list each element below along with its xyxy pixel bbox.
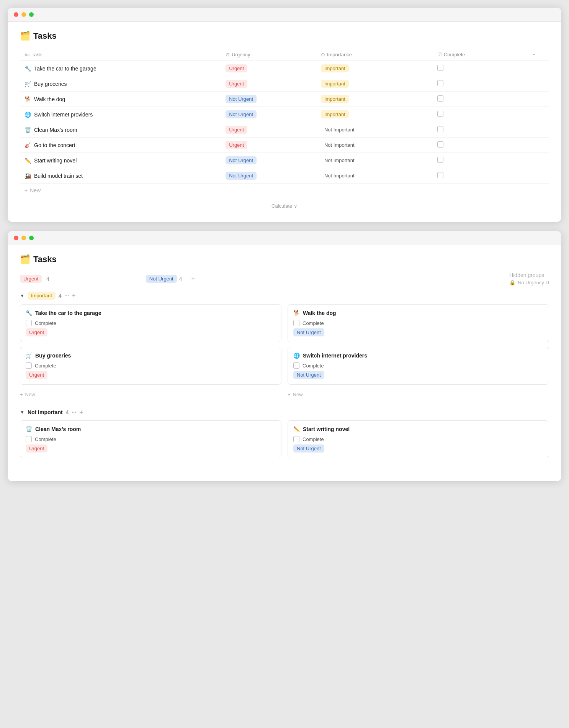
urgency-col-label: Urgency <box>232 52 250 57</box>
traffic-light-yellow-2[interactable] <box>21 236 26 240</box>
card-internet-title: 🌐 Switch internet providers <box>293 353 543 359</box>
calculate-row[interactable]: Calculate ∨ <box>20 199 549 213</box>
task-col-label: Task <box>31 52 42 57</box>
urgency-cell: Urgent <box>221 61 316 76</box>
important-urgent-column: 🔧 Take the car to the garage Complete Ur… <box>20 304 281 400</box>
add-column-button[interactable]: + <box>191 275 195 282</box>
row-add-cell <box>528 61 549 76</box>
card-room-checkbox[interactable] <box>26 436 32 442</box>
important-not-urgent-new[interactable]: + New <box>288 389 549 400</box>
complete-checkbox[interactable] <box>437 111 443 117</box>
important-urgent-new-icon: + <box>20 392 23 397</box>
important-group-dots[interactable]: ··· <box>65 293 69 299</box>
importance-cell: Not Important <box>316 122 433 138</box>
card-garage-checkbox[interactable] <box>26 320 32 326</box>
important-expand-arrow[interactable]: ▼ <box>20 293 25 298</box>
complete-cell <box>433 107 528 122</box>
task-col-icon: Aa <box>25 52 29 57</box>
page-title-icon-2: 🗂️ <box>20 254 30 264</box>
table-row: 🎸 Go to the concert Urgent Not Important <box>20 138 549 153</box>
new-row-plus-icon: + <box>25 187 28 193</box>
importance-cell: Not Important <box>316 138 433 153</box>
important-group-add[interactable]: + <box>72 292 75 299</box>
card-dog-checkbox[interactable] <box>293 320 299 326</box>
card-novel-icon: ✏️ <box>293 426 300 432</box>
add-col-icon[interactable]: + <box>533 52 536 57</box>
complete-checkbox[interactable] <box>437 126 443 132</box>
traffic-light-red[interactable] <box>14 12 18 17</box>
no-urgency-label: No Urgency <box>518 280 544 285</box>
hidden-groups-section: Hidden groups 🔒 No Urgency 0 <box>509 272 549 285</box>
complete-checkbox[interactable] <box>437 65 443 71</box>
importance-badge: Not Important <box>321 141 358 149</box>
traffic-light-red-2[interactable] <box>14 236 18 240</box>
urgency-col-icon: ⊙ <box>226 52 230 57</box>
traffic-light-yellow[interactable] <box>21 12 26 17</box>
complete-checkbox[interactable] <box>437 157 443 163</box>
title-bar-2 <box>8 231 561 245</box>
not-important-group-dots[interactable]: ··· <box>72 409 76 415</box>
importance-badge: Not Important <box>321 156 358 164</box>
urgency-badge: Urgent <box>226 141 247 149</box>
page-title-text-2: Tasks <box>33 254 57 264</box>
importance-cell: Important <box>316 61 433 76</box>
col-header-add[interactable]: + <box>528 49 549 61</box>
importance-col-icon: ⊙ <box>321 52 325 57</box>
important-board-columns: 🔧 Take the car to the garage Complete Ur… <box>20 304 549 400</box>
card-internet-urgency: Not Urgent <box>293 371 543 379</box>
row-add-cell <box>528 122 549 138</box>
row-add-cell <box>528 168 549 184</box>
table-row: 🗑️ Clean Max's room Urgent Not Important <box>20 122 549 138</box>
importance-group-not-important: ▼ Not Important 4 ··· + 🗑️ Clean Max's r… <box>20 409 549 463</box>
card-room-title: 🗑️ Clean Max's room <box>26 426 276 432</box>
card-groceries-checkbox[interactable] <box>26 362 32 369</box>
complete-checkbox[interactable] <box>437 141 443 148</box>
traffic-light-green-2[interactable] <box>29 236 34 240</box>
table-row: 🚂 Build model train set Not Urgent Not I… <box>20 168 549 184</box>
card-internet-checkbox[interactable] <box>293 362 299 369</box>
task-icon: 🎸 <box>25 142 31 148</box>
card-novel-title: ✏️ Start writing novel <box>293 426 543 432</box>
task-name: Build model train set <box>34 173 83 179</box>
not-important-group-header: ▼ Not Important 4 ··· + <box>20 409 549 416</box>
importance-badge: Not Important <box>321 126 358 134</box>
task-name: Take the car to the garage <box>34 66 96 72</box>
traffic-light-green[interactable] <box>29 12 34 17</box>
urgency-badge: Urgent <box>226 64 247 72</box>
col-header-importance: ⊙ Importance <box>316 49 433 61</box>
header-row: Aa Task ⊙ Urgency ⊙ Importance <box>20 49 549 61</box>
not-important-expand-arrow[interactable]: ▼ <box>20 410 25 415</box>
row-add-cell <box>528 107 549 122</box>
board-column-headers: Urgent 4 Not Urgent 4 + Hidden groups 🔒 … <box>20 272 549 285</box>
card-room-complete-label: Complete <box>35 436 56 442</box>
row-add-cell <box>528 92 549 107</box>
page-title-text: Tasks <box>33 31 57 41</box>
card-garage-text: Take the car to the garage <box>35 310 101 316</box>
urgency-badge: Not Urgent <box>226 110 257 118</box>
page-title-2: 🗂️ Tasks <box>20 254 549 264</box>
table-body: 🔧 Take the car to the garage Urgent Impo… <box>20 61 549 184</box>
task-name: Walk the dog <box>34 96 65 102</box>
complete-checkbox[interactable] <box>437 80 443 86</box>
task-name: Clean Max's room <box>34 127 77 133</box>
card-novel: ✏️ Start writing novel Complete Not Urge… <box>288 420 549 458</box>
important-group-label: Important <box>28 292 56 300</box>
card-novel-checkbox[interactable] <box>293 436 299 442</box>
complete-col-label: Complete <box>444 52 465 57</box>
card-room-icon: 🗑️ <box>26 426 32 432</box>
new-row-button[interactable]: + New <box>20 184 549 197</box>
card-dog-text: Walk the dog <box>303 310 336 316</box>
importance-badge: Important <box>321 95 349 103</box>
row-add-cell <box>528 76 549 92</box>
urgency-cell: Not Urgent <box>221 92 316 107</box>
complete-checkbox[interactable] <box>437 95 443 102</box>
task-icon: 🐕 <box>25 96 31 102</box>
table-row: 🛒 Buy groceries Urgent Important <box>20 76 549 92</box>
card-groceries-complete: Complete <box>26 362 276 369</box>
importance-badge: Not Important <box>321 172 358 180</box>
important-urgent-new[interactable]: + New <box>20 389 281 400</box>
not-important-group-add[interactable]: + <box>79 409 83 416</box>
table-row: 🌐 Switch internet providers Not Urgent I… <box>20 107 549 122</box>
card-groceries-urgency: Urgent <box>26 371 276 379</box>
complete-checkbox[interactable] <box>437 172 443 178</box>
